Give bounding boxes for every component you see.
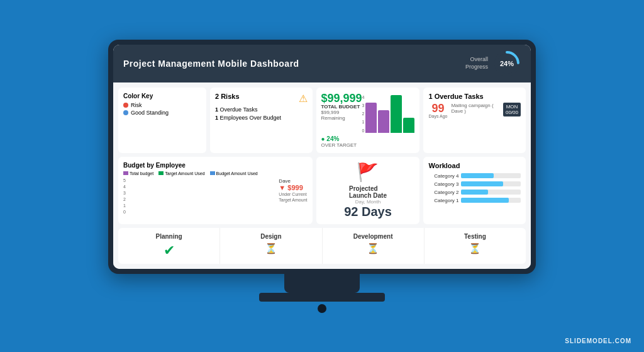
monitor-base [259,293,385,302]
risk-label: Risk [131,102,142,108]
bar-2 [378,110,389,133]
budget-label: TOTAL BUDGET [321,104,362,110]
progress-pct: 24% [500,60,514,67]
phase-testing: Testing ⏳ [425,228,526,264]
budget-employee-legend: Total budget Target Amount Used Budget A… [123,171,308,176]
risks-title: 2 Risks [215,93,240,100]
color-key-title: Color Key [123,93,201,99]
budget-employee-card: Budget by Employee Total budget Target A… [118,157,313,224]
watermark: SLIDEMODEL.COM [565,338,631,344]
phase-testing-icon: ⏳ [469,242,481,254]
workload-card: Workload Category 4 Category 3 [423,157,526,224]
color-key-card: Color Key Risk Good Standing [118,88,206,153]
progress-widget: OverallProgress 24% [465,50,521,77]
be-chart-wrapper: 543210 [123,178,308,216]
overdue-campaign: Mailing campaign ( Dave ) [451,103,499,114]
workload-label-0: Category 4 [428,173,458,179]
workload-title: Workload [428,162,521,169]
workload-bar-fill-3 [461,198,509,203]
progress-circle: 24% [493,50,521,77]
phase-development: Development ⏳ [323,228,425,264]
projected-days: 92 Days [344,205,392,219]
risks-header: 2 Risks ⚠ [215,93,308,105]
projected-date-label: Day, Month [355,199,380,205]
phase-planning-icon: ✔ [164,242,175,259]
risk-item-1: 1 Employees Over Budget [215,115,308,121]
workload-label-3: Category 1 [428,198,458,203]
monitor-dot [318,304,326,313]
phase-design-icon: ⏳ [265,242,277,254]
be-y-axis: 543210 [123,178,126,216]
bar-4 [403,118,414,133]
workload-bar-fill-1 [461,181,502,186]
budget-currently: ● 24% [321,135,415,142]
overdue-days: 99 [428,103,447,114]
projected-launch-card: 🚩 ProjectedLaunch Date Day, Month 92 Day… [316,157,420,224]
dashboard-header: Project Management Mobile Dashboard Over… [113,45,531,82]
projected-content: 🚩 ProjectedLaunch Date Day, Month 92 Day… [321,162,415,219]
legend-total: Total budget [123,171,153,176]
workload-bar-fill-2 [461,190,488,195]
legend-total-color [123,171,128,175]
flag-icon: 🚩 [357,162,379,183]
phase-dev-icon: ⏳ [367,242,379,254]
legend-good: Good Standing [123,110,201,116]
overdue-campaign-block: Mailing campaign ( Dave ) [451,103,499,114]
workload-label-2: Category 2 [428,190,458,195]
budget-bar-chart [365,95,414,133]
phase-design-label: Design [260,233,281,240]
budget-stats-card: $99,999 TOTAL BUDGET $99,999 Remaining 4… [316,88,420,153]
workload-bar-bg-2 [461,190,521,195]
warning-icon: ⚠ [299,93,308,105]
risk-dot [123,103,128,108]
overdue-days-label: Days Ago [428,114,447,118]
budget-remaining: $99,999 Remaining [321,110,362,121]
workload-row-0: Category 4 [428,173,521,179]
bar-y-labels: 43210 [362,95,365,133]
overdue-days-block: 99 Days Ago [428,103,447,118]
legend-target: Target Amount Used [158,171,204,176]
workload-bar-bg-1 [461,181,521,186]
bar-3 [391,95,402,133]
workload-bar-fill-0 [461,173,494,178]
dave-callout: Dave ▼ $999 Under CurrentTarget Amount [279,178,307,216]
risk-item-0: 1 Overdue Tasks [215,106,308,113]
phase-development-label: Development [353,233,393,240]
risks-card: 2 Risks ⚠ 1 Overdue Tasks 1 Employees Ov… [210,88,313,153]
overdue-card: 1 Overdue Tasks 99 Days Ago Mailing camp… [423,88,526,153]
monitor-wrapper: Project Management Mobile Dashboard Over… [108,40,536,313]
overdue-date: MON00/00 [503,103,521,116]
good-label: Good Standing [131,110,169,116]
legend-target-color [158,171,164,175]
monitor-screen: Project Management Mobile Dashboard Over… [113,45,531,269]
budget-amount: $99,999 [321,93,362,104]
legend-risk: Risk [123,102,201,108]
phase-planning-label: Planning [156,233,182,240]
projected-title: ProjectedLaunch Date [349,185,387,199]
workload-row-3: Category 1 [428,198,521,203]
good-dot [123,110,128,115]
overdue-content: 99 Days Ago Mailing campaign ( Dave ) MO… [428,103,521,118]
workload-bar-bg-3 [461,198,521,203]
be-chart [130,178,272,216]
phases-row: Planning ✔ Design ⏳ Development ⏳ Testin… [118,228,526,264]
legend-budget-used: Budget Amount Used [210,171,258,176]
bar-1 [365,103,377,133]
workload-row-2: Category 2 [428,190,521,195]
legend-budget-used-color [210,171,215,175]
phase-planning: Planning ✔ [118,228,220,264]
budget-over: OVER TARGET [321,142,415,148]
dashboard-title: Project Management Mobile Dashboard [123,59,299,69]
budget-employee-title: Budget by Employee [123,162,308,169]
dashboard-body: Color Key Risk Good Standing 2 Risks ⚠ [113,82,531,269]
monitor-stand [284,274,360,293]
phase-testing-label: Testing [464,233,486,240]
workload-label-1: Category 3 [428,181,458,187]
workload-bar-bg-0 [461,173,521,178]
overdue-title: 1 Overdue Tasks [428,93,521,100]
workload-row-1: Category 3 [428,181,521,187]
monitor: Project Management Mobile Dashboard Over… [108,40,536,274]
phase-design: Design ⏳ [220,228,322,264]
progress-label: OverallProgress [465,56,488,71]
